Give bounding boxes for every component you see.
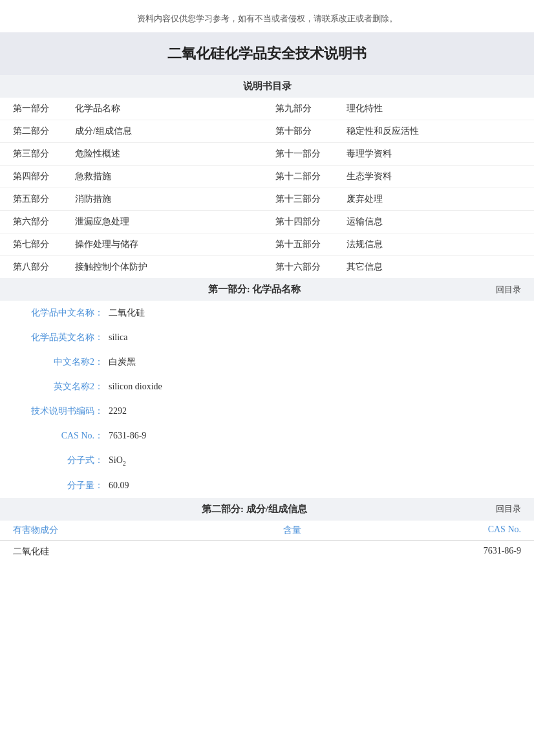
info-value: 二氧化硅 xyxy=(109,307,145,319)
info-value: 2292 xyxy=(109,406,127,416)
toc-right-name: 法规信息 xyxy=(334,233,534,256)
part1-header: 第一部分: 化学品名称 回目录 xyxy=(0,278,534,301)
part2-col1-header: 有害物成分 xyxy=(13,524,216,536)
info-label: 英文名称2： xyxy=(19,381,103,393)
info-row: CAS No.： 7631-86-9 xyxy=(0,424,534,448)
part1-back-link[interactable]: 回目录 xyxy=(496,284,521,296)
info-value: 7631-86-9 xyxy=(109,431,146,441)
toc-left-num: 第一部分 xyxy=(0,98,62,120)
toc-left-num: 第六部分 xyxy=(0,211,62,233)
toc-left-name: 消防措施 xyxy=(62,188,262,211)
toc-left-name: 接触控制个体防护 xyxy=(62,256,262,279)
info-row: 英文名称2： silicon dioxide xyxy=(0,374,534,399)
toc-right-name: 运输信息 xyxy=(334,211,534,233)
part2-substance-name: 二氧化硅 xyxy=(13,546,216,557)
info-value: 60.09 xyxy=(109,481,129,491)
info-value: silica xyxy=(109,332,128,343)
part1-fields: 化学品中文名称： 二氧化硅 化学品英文名称： silica 中文名称2： 白炭黑… xyxy=(0,301,534,498)
info-value: silicon dioxide xyxy=(109,382,162,392)
toc-row: 第七部分 操作处理与储存 第十五部分 法规信息 xyxy=(0,233,534,256)
toc-left-num: 第五部分 xyxy=(0,188,62,211)
part2-data-row: 二氧化硅 7631-86-9 xyxy=(0,541,534,563)
toc-right-name: 其它信息 xyxy=(334,256,534,279)
toc-table: 第一部分 化学品名称 第九部分 理化特性 第二部分 成分/组成信息 第十部分 稳… xyxy=(0,98,534,278)
part2-col2-header: 含量 xyxy=(216,524,368,536)
toc-row: 第一部分 化学品名称 第九部分 理化特性 xyxy=(0,98,534,120)
info-row: 中文名称2： 白炭黑 xyxy=(0,350,534,374)
toc-right-num: 第十三部分 xyxy=(262,188,334,211)
toc-left-num: 第八部分 xyxy=(0,256,62,279)
toc-right-num: 第十部分 xyxy=(262,120,334,143)
info-row: 化学品中文名称： 二氧化硅 xyxy=(0,301,534,325)
info-value: SiO2 xyxy=(109,455,126,467)
toc-row: 第三部分 危险性概述 第十一部分 毒理学资料 xyxy=(0,143,534,166)
toc-right-name: 毒理学资料 xyxy=(334,143,534,166)
toc-left-name: 泄漏应急处理 xyxy=(62,211,262,233)
info-row: 分子量： 60.09 xyxy=(0,473,534,498)
info-row: 化学品英文名称： silica xyxy=(0,325,534,350)
toc-row: 第六部分 泄漏应急处理 第十四部分 运输信息 xyxy=(0,211,534,233)
part1-title: 第一部分: 化学品名称 xyxy=(13,283,496,296)
toc-row: 第五部分 消防措施 第十三部分 废弃处理 xyxy=(0,188,534,211)
toc-left-name: 危险性概述 xyxy=(62,143,262,166)
part2-cas-value: 7631-86-9 xyxy=(368,546,521,557)
toc-right-num: 第十六部分 xyxy=(262,256,334,279)
info-label: 分子式： xyxy=(19,455,103,466)
info-row: 分子式： SiO2 xyxy=(0,448,534,473)
main-title: 二氧化硅化学品安全技术说明书 xyxy=(0,32,534,75)
toc-right-num: 第十一部分 xyxy=(262,143,334,166)
toc-left-num: 第四部分 xyxy=(0,166,62,188)
toc-right-name: 废弃处理 xyxy=(334,188,534,211)
info-label: 技术说明书编码： xyxy=(19,405,103,417)
top-notice: 资料内容仅供您学习参考，如有不当或者侵权，请联系改正或者删除。 xyxy=(0,0,534,32)
toc-left-num: 第七部分 xyxy=(0,233,62,256)
info-row: 技术说明书编码： 2292 xyxy=(0,399,534,424)
toc-right-name: 稳定性和反应活性 xyxy=(334,120,534,143)
toc-left-num: 第三部分 xyxy=(0,143,62,166)
toc-left-name: 化学品名称 xyxy=(62,98,262,120)
part2-col-header: 有害物成分 含量 CAS No. xyxy=(0,521,534,541)
part2-content-value xyxy=(216,546,368,557)
info-value: 白炭黑 xyxy=(109,356,136,368)
toc-left-name: 成分/组成信息 xyxy=(62,120,262,143)
toc-right-num: 第九部分 xyxy=(262,98,334,120)
info-label: CAS No.： xyxy=(19,430,103,442)
toc-row: 第八部分 接触控制个体防护 第十六部分 其它信息 xyxy=(0,256,534,279)
toc-left-name: 操作处理与储存 xyxy=(62,233,262,256)
toc-right-num: 第十二部分 xyxy=(262,166,334,188)
toc-right-num: 第十五部分 xyxy=(262,233,334,256)
part2-title: 第二部分: 成分/组成信息 xyxy=(13,503,496,515)
part2-col3-header: CAS No. xyxy=(368,524,521,536)
info-label: 分子量： xyxy=(19,480,103,491)
info-label: 中文名称2： xyxy=(19,356,103,368)
info-label: 化学品中文名称： xyxy=(19,307,103,319)
toc-row: 第二部分 成分/组成信息 第十部分 稳定性和反应活性 xyxy=(0,120,534,143)
part2-header: 第二部分: 成分/组成信息 回目录 xyxy=(0,498,534,521)
toc-left-num: 第二部分 xyxy=(0,120,62,143)
toc-left-name: 急救措施 xyxy=(62,166,262,188)
toc-row: 第四部分 急救措施 第十二部分 生态学资料 xyxy=(0,166,534,188)
toc-right-name: 理化特性 xyxy=(334,98,534,120)
part2-content: 有害物成分 含量 CAS No. 二氧化硅 7631-86-9 xyxy=(0,521,534,563)
info-label: 化学品英文名称： xyxy=(19,332,103,343)
toc-right-num: 第十四部分 xyxy=(262,211,334,233)
part2-back-link[interactable]: 回目录 xyxy=(496,503,521,515)
toc-right-name: 生态学资料 xyxy=(334,166,534,188)
toc-header: 说明书目录 xyxy=(0,75,534,98)
